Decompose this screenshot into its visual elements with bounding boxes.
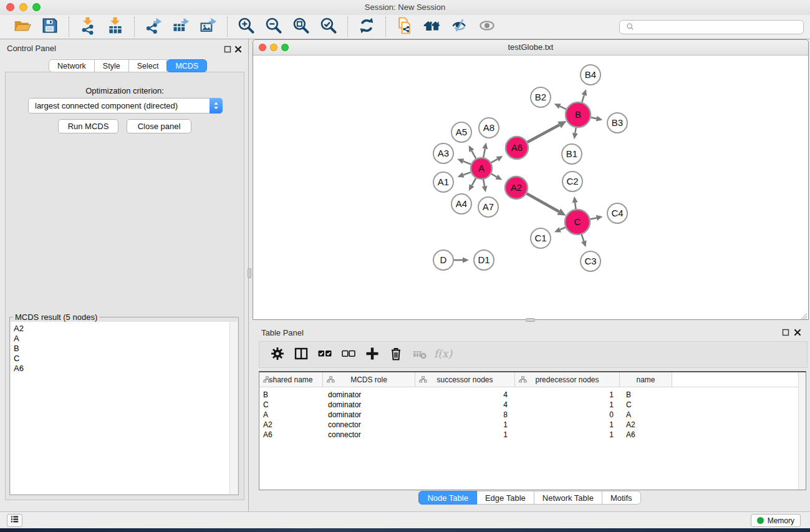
search-field[interactable] [619,20,804,34]
deselect-all-button[interactable] [337,344,360,365]
mcds-result-item[interactable]: A6 [14,364,229,374]
table-cell[interactable]: A2 [620,420,672,430]
table-cell[interactable]: 1 [515,390,620,400]
table-cell[interactable]: dominator [323,410,415,420]
table-cell[interactable]: C [620,400,672,410]
search-input[interactable] [637,23,799,32]
graph-node-B[interactable]: B [566,102,591,127]
table-cell[interactable]: A [259,410,323,420]
close-panel-icon[interactable] [234,44,242,52]
graph-edge-C-C4[interactable] [591,218,597,219]
graph-edge-B-B1[interactable] [575,128,576,133]
table-cell[interactable]: A2 [259,420,323,430]
graph-node-A[interactable]: A [471,158,492,179]
column-header-shared-name[interactable]: shared name [259,372,323,387]
add-column-button[interactable] [360,344,384,365]
open-file-button[interactable] [9,16,36,37]
network-canvas[interactable]: AA1A2A3A4A5A6A7A8BB1B2B3B4CC1C2C3C4DD1 [253,56,808,319]
split-panel-button[interactable] [289,344,313,365]
graph-edge-B-B2[interactable] [560,106,566,109]
column-header-successor-nodes[interactable]: successor nodes [415,372,515,387]
graph-edge-A-A1[interactable] [463,172,471,175]
graph-node-B4[interactable]: B4 [581,65,600,85]
tab-mcds[interactable]: MCDS [166,59,207,72]
run-mcds-button[interactable]: Run MCDS [58,119,118,133]
table-row[interactable]: A6connector11A6 [259,430,806,440]
graph-edge-A-A4[interactable] [472,178,476,186]
tab-style[interactable]: Style [94,59,129,72]
mcds-result-item[interactable]: B [14,344,229,354]
graph-edge-C-C3[interactable] [582,235,584,241]
graph-edge-A6-B[interactable] [528,125,559,142]
column-header-name[interactable]: name [620,372,672,387]
show-all-button[interactable] [473,16,501,37]
select-all-button[interactable] [313,344,337,365]
network-window-titlebar[interactable]: testGlobe.txt [253,40,808,56]
table-cell[interactable]: dominator [323,390,415,400]
refresh-network-button[interactable] [353,16,380,37]
export-network-button[interactable] [140,16,167,37]
float-table-panel-icon[interactable] [782,327,789,335]
graph-edge-A-A7[interactable] [483,180,485,186]
graph-node-A8[interactable]: A8 [479,118,499,138]
table-cell[interactable]: connector [323,420,415,430]
float-panel-icon[interactable] [224,44,231,52]
save-session-button[interactable] [36,16,64,37]
resize-grip-icon[interactable] [800,311,808,319]
table-cell[interactable]: 1 [415,420,515,430]
graph-node-C4[interactable]: C4 [607,203,627,223]
mcds-result-item[interactable]: C [14,354,229,364]
graph-edge-A-A2[interactable] [491,174,497,177]
table-row[interactable]: A2connector11A2 [259,420,806,430]
graph-edge-A-A5[interactable] [471,151,476,158]
mcds-result-item[interactable]: A [14,334,229,344]
graph-node-C3[interactable]: C3 [581,251,600,271]
delete-column-button[interactable] [384,344,408,365]
graph-node-C2[interactable]: C2 [562,172,582,191]
tab-select[interactable]: Select [128,59,168,72]
table-cell[interactable]: 4 [415,400,515,410]
graph-node-A4[interactable]: A4 [451,194,471,214]
optimization-criterion-select[interactable]: largest connected component (directed) [28,98,223,114]
settings-gear-button[interactable] [266,344,289,365]
zoom-in-button[interactable] [233,16,260,37]
table-row[interactable]: Bdominator41B [259,390,806,400]
import-table-button[interactable] [102,16,129,37]
table-cell[interactable]: A [620,410,672,420]
mcds-list-scrollbar[interactable] [229,322,238,494]
graph-edge-A-A3[interactable] [463,161,471,164]
graph-node-D[interactable]: D [433,250,453,270]
export-image-button[interactable] [195,16,222,37]
tab-edge-table[interactable]: Edge Table [476,491,534,505]
tab-network-table[interactable]: Network Table [534,491,602,505]
table-cell[interactable]: C [259,400,323,410]
graph-node-C[interactable]: C [565,210,590,235]
graph-edge-B-B3[interactable] [591,117,597,118]
graph-edge-A2-C[interactable] [527,193,559,211]
table-cell[interactable]: 4 [415,390,515,400]
memory-button[interactable]: Memory [751,514,801,527]
graph-edge-C-C2[interactable] [575,203,576,209]
horizontal-splitter-handle[interactable] [526,318,535,322]
tab-network[interactable]: Network [49,59,95,72]
table-cell[interactable]: 1 [515,400,620,410]
close-table-panel-icon[interactable] [794,327,801,335]
table-cell[interactable]: A6 [259,430,323,440]
graph-node-A6[interactable]: A6 [506,137,528,159]
task-history-button[interactable] [7,514,22,527]
table-row[interactable]: Cdominator41C [259,400,806,410]
column-header-predecessor-nodes[interactable]: predecessor nodes [515,372,620,387]
graph-node-B1[interactable]: B1 [562,144,582,164]
graph-edge-A-A8[interactable] [483,148,485,157]
column-header-mcds-role[interactable]: MCDS role [323,372,415,387]
table-cell[interactable]: 1 [415,430,515,440]
graph-node-B2[interactable]: B2 [531,87,551,107]
graph-edge-C-C1[interactable] [560,227,566,230]
tab-node-table[interactable]: Node Table [418,491,477,505]
table-cell[interactable]: dominator [323,400,415,410]
graph-node-A2[interactable]: A2 [505,177,528,199]
graph-node-A5[interactable]: A5 [451,122,471,142]
graph-node-D1[interactable]: D1 [474,250,494,270]
table-cell[interactable]: connector [323,430,415,440]
table-cell[interactable]: 1 [515,430,620,440]
